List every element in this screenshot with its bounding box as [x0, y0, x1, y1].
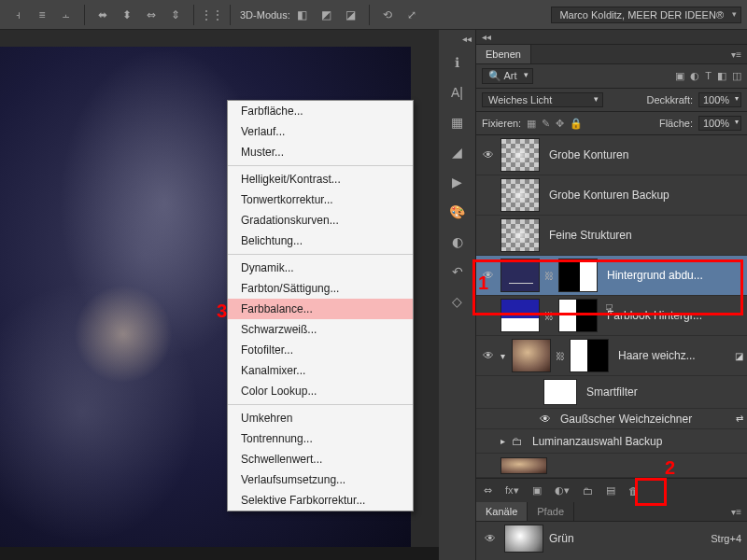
layer-name[interactable]: Haare weichz...	[618, 349, 731, 362]
menu-item[interactable]: Belichtung...	[228, 231, 413, 251]
channel-thumb[interactable]	[504, 525, 543, 553]
menu-item[interactable]: Tonwertkorrektur...	[228, 189, 413, 210]
layer-name[interactable]: Grobe Konturen	[549, 148, 743, 161]
layer-filter-select[interactable]: 🔍 Art	[482, 68, 533, 84]
layer-thumb[interactable]	[500, 138, 540, 172]
delete-layer-icon[interactable]: 🗑	[628, 485, 639, 497]
expand-icon[interactable]: ▾	[497, 351, 508, 361]
history-panel-icon[interactable]: ↶	[444, 260, 471, 283]
layer-row[interactable]: 👁 ▾ ⛓ Haare weichz... ◪	[476, 336, 747, 376]
layer-row-selected[interactable]: 👁 ⛓ Hintergrund abdu...	[476, 256, 747, 296]
mask-thumb[interactable]	[558, 259, 598, 292]
menu-item[interactable]: Verlauf...	[228, 121, 413, 142]
tab-layers[interactable]: Ebenen	[476, 45, 531, 63]
mode-c-icon[interactable]: ◪	[342, 6, 360, 24]
distribute-v-icon[interactable]: ⬍	[118, 6, 136, 24]
menu-item[interactable]: Helligkeit/Kontrast...	[228, 169, 413, 189]
visibility-icon[interactable]: 👁	[482, 532, 499, 545]
workspace-selector[interactable]: Marco Kolditz, MEER DER IDEEN®	[551, 7, 741, 23]
lock-pixels-icon[interactable]: ✎	[542, 118, 550, 130]
distribute-sp2-icon[interactable]: ⇕	[166, 6, 185, 24]
actions-panel-icon[interactable]: ▶	[444, 171, 471, 193]
filter-shape-icon[interactable]: ◧	[717, 70, 726, 82]
new-layer-icon[interactable]: ▤	[606, 484, 615, 497]
menu-item[interactable]: Schwarzweiß...	[228, 319, 413, 340]
layer-row[interactable]: Feine Strukturen	[476, 216, 747, 256]
menu-item[interactable]: Selektive Farbkorrektur...	[228, 490, 413, 511]
lock-transparency-icon[interactable]: ▦	[527, 118, 536, 130]
align-right-icon[interactable]: ⫠	[57, 6, 76, 24]
layer-name[interactable]: Grobe Konturen Backup	[549, 189, 743, 202]
align-left-icon[interactable]: ⫞	[8, 6, 27, 24]
filter-mask-thumb[interactable]	[543, 379, 577, 405]
menu-item[interactable]: Verlaufsumsetzung...	[228, 469, 413, 490]
tab-paths[interactable]: Pfade	[528, 502, 574, 521]
group-row[interactable]: ▸ 🗀 Luminanzauswahl Backup	[476, 429, 747, 454]
scale-icon[interactable]: ⤢	[402, 6, 421, 24]
filter-options-icon[interactable]: ⇄	[736, 413, 743, 424]
adjust-panel-icon[interactable]: ◐	[444, 231, 471, 253]
more-icon[interactable]: ⋮⋮	[203, 6, 221, 24]
menu-item[interactable]: Schwellenwert...	[228, 449, 413, 469]
menu-item[interactable]: Gradationskurven...	[228, 210, 413, 231]
info-panel-icon[interactable]: ℹ	[444, 51, 471, 74]
mask-thumb[interactable]	[570, 339, 609, 372]
smartfilter-row[interactable]: Smartfilter	[476, 376, 747, 409]
mode-a-icon[interactable]: ◧	[293, 6, 312, 24]
align-center-icon[interactable]: ≡	[33, 6, 51, 24]
mode-b-icon[interactable]: ◩	[317, 6, 336, 24]
filter-pixel-icon[interactable]: ▣	[675, 70, 684, 82]
layer-style-icon[interactable]: fx▾	[505, 484, 519, 497]
filter-type-icon[interactable]: T	[705, 70, 712, 82]
link-icon[interactable]: ⛓	[555, 351, 566, 361]
collapse-right-icon[interactable]: ◂◂	[476, 30, 497, 44]
visibility-icon[interactable]: 👁	[540, 413, 551, 426]
menu-item[interactable]: Tontrennung...	[228, 428, 413, 449]
menu-item[interactable]: Umkehren	[228, 408, 413, 428]
opacity-input[interactable]: 100%	[698, 92, 741, 107]
paths-panel-icon[interactable]: ◇	[444, 290, 471, 313]
layer-mask-icon[interactable]: ▣	[532, 484, 542, 497]
brush-panel-icon[interactable]: ◢	[444, 141, 471, 163]
layer-thumb[interactable]	[500, 457, 547, 474]
layer-name[interactable]: Hintergrund abdu...	[607, 269, 743, 282]
collapse-icon[interactable]: ◂◂	[439, 34, 475, 44]
filter-adjust-icon[interactable]: ◐	[690, 70, 699, 82]
adjustment-layer-icon[interactable]: ◐▾	[555, 484, 570, 497]
layer-row[interactable]	[476, 454, 747, 478]
adjustment-thumb[interactable]	[500, 259, 540, 292]
layer-thumb[interactable]	[500, 218, 540, 252]
blend-mode-select[interactable]: Weiches Licht	[482, 92, 603, 107]
mask-thumb[interactable]	[558, 299, 598, 332]
visibility-icon[interactable]: 👁	[480, 349, 497, 362]
layer-row[interactable]: 👁 Grobe Konturen	[476, 135, 747, 175]
color-panel-icon[interactable]: 🎨	[444, 201, 471, 223]
link-icon[interactable]: ⛓	[543, 311, 555, 321]
tab-channels[interactable]: Kanäle	[476, 502, 528, 521]
expand-icon[interactable]: ▸	[497, 436, 508, 446]
menu-item[interactable]: Farbbalance...	[228, 299, 413, 319]
smart-thumb[interactable]	[512, 339, 551, 372]
layer-row[interactable]: Grobe Konturen Backup	[476, 175, 747, 216]
menu-item[interactable]: Fotofilter...	[228, 340, 413, 360]
filter-name[interactable]: Gaußscher Weichzeichner	[560, 413, 732, 426]
lock-all-icon[interactable]: 🔒	[570, 118, 583, 130]
char-panel-icon[interactable]: A|	[444, 81, 471, 104]
swatches-panel-icon[interactable]: ▦	[444, 111, 471, 133]
visibility-icon[interactable]: 👁	[480, 148, 497, 161]
panel-menu-icon[interactable]: ▾≡	[726, 505, 747, 519]
channel-row[interactable]: 👁 Grün Strg+4	[476, 522, 747, 555]
adjustment-thumb[interactable]	[500, 299, 540, 332]
layer-name[interactable]: Feine Strukturen	[549, 229, 743, 242]
distribute-h-icon[interactable]: ⬌	[93, 6, 112, 24]
distribute-sp-icon[interactable]: ⇔	[142, 6, 161, 24]
group-icon[interactable]: 🗀	[583, 485, 593, 497]
layer-name[interactable]: Farblook Hintergr...	[607, 309, 743, 322]
filter-smart-icon[interactable]: ◫	[732, 70, 741, 82]
fill-input[interactable]: 100%	[698, 116, 741, 131]
channel-name[interactable]: Grün	[549, 532, 574, 545]
lock-position-icon[interactable]: ✥	[556, 118, 564, 130]
menu-item[interactable]: Dynamik...	[228, 258, 413, 278]
panel-menu-icon[interactable]: ▾≡	[726, 48, 747, 62]
visibility-icon[interactable]: 👁	[480, 269, 497, 282]
